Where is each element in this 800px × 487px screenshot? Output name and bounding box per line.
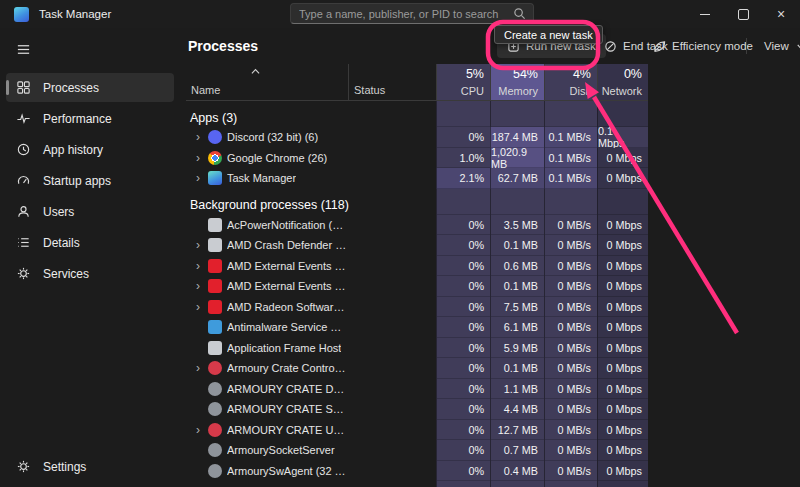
cpu-cell: 0% (436, 399, 490, 420)
sort-ascending-icon (250, 67, 261, 76)
close-button[interactable]: × (762, 0, 800, 28)
sidebar-item-label: Settings (43, 460, 86, 474)
network-cell: 0 Mbps (597, 420, 648, 441)
table-row[interactable]: ›ARMOURY CRATE User Sessio...0%12.7 MB0 … (186, 420, 648, 441)
search-input[interactable] (291, 8, 513, 20)
navigation-menu-button[interactable] (6, 36, 40, 62)
table-row[interactable]: Application Frame Host0%5.9 MB0 MB/s0 Mb… (186, 338, 648, 359)
generic-dark-process-icon (208, 382, 222, 396)
expand-chevron-icon[interactable]: › (193, 171, 203, 185)
process-name: Antimalware Service Executable (227, 321, 348, 333)
memory-cell: 6.1 MB (490, 317, 544, 338)
cpu-total-pct: 5% (466, 67, 484, 81)
view-button[interactable]: View (764, 34, 800, 58)
disk-cell: 0.1 MB/s (544, 168, 597, 189)
group-header[interactable]: Apps (3) (186, 101, 648, 127)
process-name: ArmourySwAgent (32 bit) (227, 465, 348, 477)
memory-cell: 187.4 MB (490, 127, 544, 148)
memory-cell: 1.1 MB (490, 379, 544, 400)
search-box[interactable] (290, 3, 534, 24)
expand-chevron-icon[interactable]: › (193, 423, 203, 437)
sidebar-item-settings[interactable]: Settings (6, 452, 174, 481)
network-cell: 0 Mbps (597, 461, 648, 482)
view-label: View (764, 40, 789, 52)
toolbar: Processes Run new task End task Efficien… (180, 28, 800, 64)
table-row[interactable]: ›Discord (32 bit) (6)0%187.4 MB0.1 MB/s0… (186, 127, 648, 148)
process-name-cell: ArmourySocketServer (186, 440, 348, 461)
filler (186, 481, 348, 487)
expand-chevron-icon[interactable]: › (193, 151, 203, 165)
sidebar-item-performance[interactable]: Performance (6, 104, 174, 133)
expand-chevron-icon[interactable]: › (193, 300, 203, 314)
network-cell (597, 481, 648, 487)
crate-red-process-icon (208, 361, 222, 375)
amd-red-process-icon (208, 279, 222, 293)
status-cell (348, 168, 436, 189)
memory-cell: 4.4 MB (490, 399, 544, 420)
table-row[interactable]: ARMOURY CRATE DenoiseAI0%1.1 MB0 MB/s0 M… (186, 379, 648, 400)
expand-chevron-icon[interactable]: › (193, 259, 203, 273)
generic-light-process-icon (208, 341, 222, 355)
table-row[interactable]: ›AMD Radeon Software (5)0%7.5 MB0 MB/s0 … (186, 297, 648, 318)
sidebar-item-users[interactable]: Users (6, 197, 174, 226)
search-icon (513, 7, 526, 20)
maximize-button[interactable] (724, 0, 762, 28)
status-cell (348, 379, 436, 400)
cpu-cell: 0% (436, 461, 490, 482)
table-row[interactable]: Antimalware Service Executable0%6.1 MB0 … (186, 317, 648, 338)
cpu-cell: 0% (436, 440, 490, 461)
discord-process-icon (208, 130, 222, 144)
col-status[interactable]: Status (348, 64, 436, 100)
col-name[interactable]: Name (186, 64, 348, 100)
minimize-icon (700, 14, 710, 15)
table-row[interactable]: ›Armoury Crate Control Interface0%0.1 MB… (186, 358, 648, 379)
expand-chevron-icon[interactable]: › (193, 279, 203, 293)
table-row[interactable]: AcPowerNotification (32 bit)0%3.5 MB0 MB… (186, 215, 648, 236)
status-cell (348, 297, 436, 318)
amd-red-process-icon (208, 259, 222, 273)
memory-cell: 0.7 MB (490, 440, 544, 461)
expand-chevron-icon[interactable]: › (193, 361, 203, 375)
table-row[interactable]: ARMOURY CRATE Service0%4.4 MB0 MB/s0 Mbp… (186, 399, 648, 420)
col-disk[interactable]: 4% Disk (544, 64, 597, 100)
disk-cell (544, 481, 597, 487)
table-header: Name Status 5% CPU 54% Memory 4% Disk (186, 64, 648, 101)
col-network[interactable]: 0% Network (597, 64, 648, 100)
table-row[interactable]: ArmourySwAgent (32 bit)0%0.4 MB0 MB/s0 M… (186, 461, 648, 482)
expand-chevron-icon[interactable]: › (193, 238, 203, 252)
sidebar-item-label: Services (43, 267, 89, 281)
col-memory[interactable]: 54% Memory (490, 64, 544, 100)
efficiency-mode-button[interactable]: Efficiency mode (653, 34, 753, 58)
sidebar-item-processes[interactable]: Processes (6, 73, 174, 102)
disk-cell: 0 MB/s (544, 235, 597, 256)
col-cpu[interactable]: 5% CPU (436, 64, 490, 100)
process-name: Discord (32 bit) (6) (227, 131, 318, 143)
window-title: Task Manager (39, 8, 111, 20)
cpu-cell (436, 481, 490, 487)
sidebar-item-details[interactable]: Details (6, 228, 174, 257)
network-cell (597, 189, 648, 215)
sidebar-item-app-history[interactable]: App history (6, 135, 174, 164)
minimize-button[interactable] (686, 0, 724, 28)
settings-gear-icon (16, 459, 31, 474)
memory-total-pct: 54% (513, 67, 538, 81)
process-name-cell: ›ARMOURY CRATE User Sessio... (186, 420, 348, 441)
status-cell (348, 399, 436, 420)
sidebar-item-label: Startup apps (43, 174, 111, 188)
table-row[interactable]: ›AMD External Events Client M...0%0.6 MB… (186, 256, 648, 277)
table-row[interactable]: ›AMD Crash Defender Service0%0.1 MB0 MB/… (186, 235, 648, 256)
group-header[interactable]: Background processes (118) (186, 189, 648, 215)
sidebar-item-label: Performance (43, 112, 112, 126)
memory-cell: 0.4 MB (490, 461, 544, 482)
sidebar-item-startup-apps[interactable]: Startup apps (6, 166, 174, 195)
sidebar-item-services[interactable]: Services (6, 259, 174, 288)
disk-cell: 0 MB/s (544, 338, 597, 359)
expand-chevron-icon[interactable]: › (193, 130, 203, 144)
table-row[interactable]: ›AMD External Events Service ...0%0.1 MB… (186, 276, 648, 297)
table-row[interactable]: ArmourySocketServer0%0.7 MB0 MB/s0 Mbps (186, 440, 648, 461)
table-row[interactable]: ›Task Manager2.1%62.7 MB0.1 MB/s0 Mbps (186, 168, 648, 189)
disk-cell: 0 MB/s (544, 317, 597, 338)
disk-cell: 0 MB/s (544, 420, 597, 441)
disk-cell: 0 MB/s (544, 215, 597, 236)
table-row[interactable]: ›Google Chrome (26)1.0%1,020.9 MB0.1 MB/… (186, 148, 648, 169)
